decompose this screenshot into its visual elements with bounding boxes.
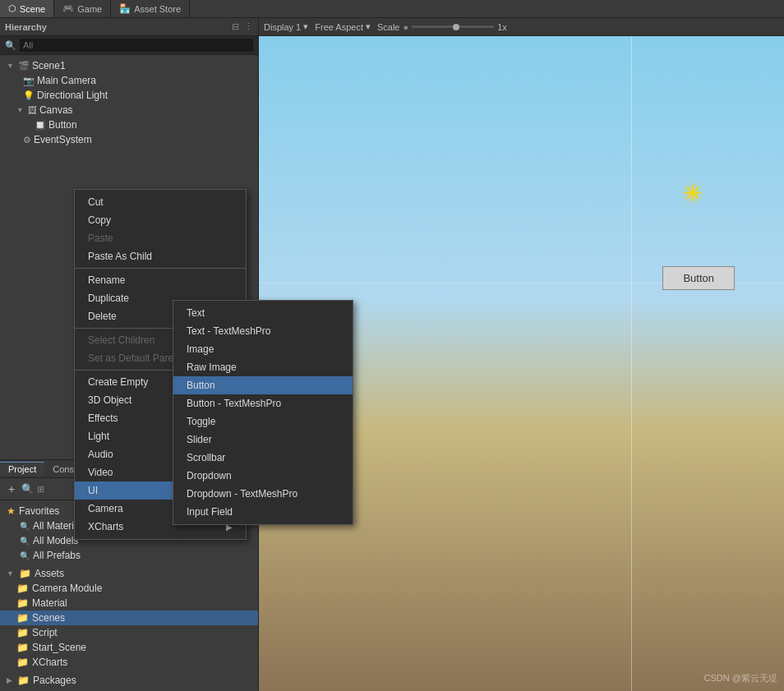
project-camera-module[interactable]: 📁 Camera Module — [0, 581, 258, 596]
submenu-dropdown-meshpro[interactable]: Dropdown - TextMeshPro — [173, 485, 353, 503]
aspect-dropdown-icon: ▾ — [366, 21, 371, 32]
submenu-raw-image[interactable]: Raw Image — [173, 358, 353, 376]
hierarchy-search-bar: 🔍 — [0, 36, 258, 55]
scene-tab-icon: ⬡ — [8, 3, 16, 14]
hierarchy-title: Hierarchy — [5, 22, 47, 32]
project-packages-folder[interactable]: ▶ 📁 Packages — [0, 673, 258, 688]
game-tab-icon: 🎮 — [62, 3, 74, 14]
tree-eventsystem[interactable]: ⚙ EventSystem — [0, 132, 258, 147]
folder-icon-start: 📁 — [16, 642, 29, 653]
main-camera-label: Main Camera — [37, 75, 96, 86]
tree-directional-light[interactable]: 💡 Directional Light — [0, 88, 258, 103]
packages-label: Packages — [33, 675, 76, 686]
separator-1 — [75, 268, 246, 269]
project-search-result-icon: ⊞ — [37, 484, 44, 495]
scale-dot: ● — [403, 22, 408, 32]
menu-paste-as-child[interactable]: Paste As Child — [75, 247, 246, 265]
folder-icon-assets: 📁 — [19, 568, 31, 579]
button-icon: 🔲 — [35, 120, 46, 131]
star-icon: ★ — [7, 505, 16, 517]
packages-arrow: ▶ — [7, 676, 12, 684]
project-search-icon: 🔍 — [21, 483, 34, 495]
game-view-button[interactable]: Button — [662, 266, 735, 290]
folder-icon-scenes: 📁 — [16, 612, 29, 624]
submenu-slider[interactable]: Slider — [173, 431, 353, 449]
tree-canvas[interactable]: ▼ 🖼 Canvas — [0, 103, 258, 117]
favorites-label: Favorites — [19, 505, 59, 517]
asset-store-icon: 🏪 — [119, 3, 131, 14]
all-prefabs-label: All Prefabs — [33, 550, 81, 561]
hierarchy-menu-icon[interactable]: ⋮ — [244, 21, 253, 32]
display-dropdown-icon: ▾ — [303, 21, 308, 32]
submenu-text-meshpro[interactable]: Text - TextMeshPro — [173, 322, 353, 340]
hierarchy-lock-icon[interactable]: ⊟ — [232, 21, 239, 32]
menu-rename[interactable]: Rename — [75, 271, 246, 289]
scene-label: Scene1 — [32, 60, 66, 71]
submenu-input-field[interactable]: Input Field — [173, 503, 353, 521]
scene-icon: 🎬 — [18, 61, 30, 71]
expand-arrow: ▼ — [7, 62, 14, 70]
button-label: Button — [48, 119, 77, 131]
search-icon: 🔍 — [5, 40, 16, 51]
eventsystem-label: EventSystem — [34, 134, 92, 145]
tree-scene1[interactable]: ▼ 🎬 Scene1 — [0, 58, 258, 73]
submenu-button[interactable]: Button — [173, 376, 353, 394]
eventsystem-icon: ⚙ — [23, 135, 31, 145]
submenu-scrollbar[interactable]: Scrollbar — [173, 449, 353, 467]
aspect-selector[interactable]: Free Aspect ▾ — [315, 21, 371, 32]
project-assets-folder[interactable]: ▼ 📁 Assets — [0, 566, 258, 581]
folder-icon-material: 📁 — [16, 597, 29, 609]
scale-value: 1x — [497, 22, 507, 32]
canvas-label: Canvas — [39, 104, 73, 116]
submenu-text[interactable]: Text — [173, 304, 353, 322]
ui-submenu: Text Text - TextMeshPro Image Raw Image … — [173, 300, 353, 525]
tree-button[interactable]: 🔲 Button — [0, 117, 258, 132]
tab-game[interactable]: 🎮 Game — [54, 0, 111, 17]
scale-label: Scale — [377, 22, 400, 32]
assets-arrow: ▼ — [7, 569, 14, 578]
search-mat-icon: 🔍 — [20, 522, 30, 531]
xcharts-label: XCharts — [32, 656, 67, 668]
scenes-label: Scenes — [32, 612, 65, 624]
tab-project[interactable]: Project — [0, 462, 44, 476]
sun-icon: ✳ — [683, 180, 702, 207]
vertical-guide-line — [631, 36, 632, 691]
script-label: Script — [32, 627, 58, 638]
folder-icon-xcharts: 📁 — [16, 656, 29, 668]
tab-asset-store[interactable]: 🏪 Asset Store — [111, 0, 190, 17]
display-selector[interactable]: Display 1 ▾ — [264, 21, 308, 32]
top-tab-bar: ⬡ Scene 🎮 Game 🏪 Asset Store — [0, 0, 784, 18]
project-all-prefabs[interactable]: 🔍 All Prefabs — [0, 548, 258, 563]
scale-control: Scale ● 1x — [377, 22, 507, 32]
project-add-button[interactable]: + — [5, 481, 18, 497]
hierarchy-search-input[interactable] — [20, 39, 253, 52]
hierarchy-header: Hierarchy ⊟ ⋮ — [0, 18, 258, 36]
tree-main-camera[interactable]: 📷 Main Camera — [0, 73, 258, 88]
scale-thumb — [453, 24, 459, 30]
material-label: Material — [32, 597, 67, 609]
project-scenes[interactable]: 📁 Scenes — [0, 610, 258, 625]
project-start-scene[interactable]: 📁 Start_Scene — [0, 640, 258, 655]
submenu-toggle[interactable]: Toggle — [173, 412, 353, 431]
directional-light-label: Directional Light — [37, 90, 108, 101]
tab-scene[interactable]: ⬡ Scene — [0, 0, 54, 17]
menu-copy[interactable]: Copy — [75, 211, 246, 229]
camera-module-label: Camera Module — [32, 583, 102, 594]
canvas-expand-arrow: ▼ — [16, 106, 24, 114]
assets-label: Assets — [35, 568, 64, 579]
search-pref-icon: 🔍 — [20, 551, 30, 560]
all-models-label: All Models — [33, 535, 78, 546]
folder-icon-script: 📁 — [16, 627, 29, 638]
search-mod-icon: 🔍 — [20, 537, 30, 546]
project-material[interactable]: 📁 Material — [0, 596, 258, 610]
light-icon: 💡 — [23, 90, 35, 101]
menu-paste: Paste — [75, 229, 246, 247]
submenu-image[interactable]: Image — [173, 340, 353, 358]
scale-track[interactable] — [412, 25, 494, 28]
menu-cut[interactable]: Cut — [75, 193, 246, 211]
submenu-dropdown[interactable]: Dropdown — [173, 467, 353, 485]
project-script[interactable]: 📁 Script — [0, 625, 258, 640]
submenu-button-meshpro[interactable]: Button - TextMeshPro — [173, 394, 353, 412]
hierarchy-header-icons: ⊟ ⋮ — [232, 21, 253, 32]
project-xcharts[interactable]: 📁 XCharts — [0, 655, 258, 670]
